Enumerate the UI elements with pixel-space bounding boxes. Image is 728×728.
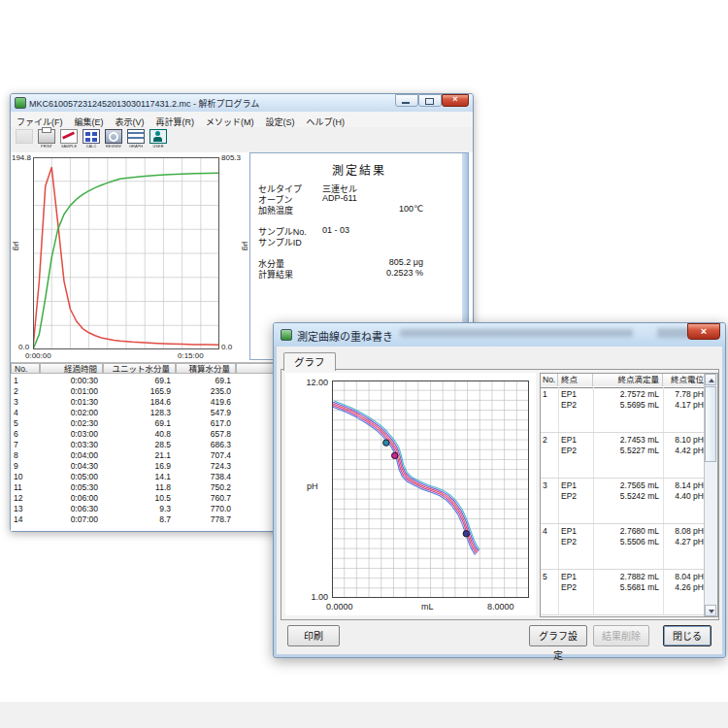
toolbar-label: PRINT bbox=[38, 145, 55, 149]
scroll-up-icon[interactable] bbox=[705, 374, 716, 385]
column-header[interactable]: 積算水分量 bbox=[176, 363, 236, 374]
close-dialog-button[interactable]: 閉じる bbox=[663, 625, 711, 646]
titration-graph: 12.00 1.00 pH 0.0000 mL 8.0000 bbox=[285, 373, 536, 615]
ep-potential: 4.26 pH bbox=[663, 582, 704, 592]
scroll-down-icon[interactable] bbox=[705, 605, 716, 616]
scrollbar-thumb[interactable] bbox=[705, 386, 716, 462]
table-cell: 724.3 bbox=[176, 461, 236, 472]
review-icon-button[interactable]: REVIEW bbox=[103, 128, 124, 151]
menu-item-2[interactable]: 表示(V) bbox=[110, 114, 150, 128]
table-cell: 419.6 bbox=[176, 397, 236, 408]
table-cell: 0:02:00 bbox=[40, 408, 103, 418]
column-header[interactable]: ユニット水分量 bbox=[103, 363, 176, 374]
user-icon bbox=[149, 129, 167, 144]
ep-column-header[interactable]: 終点 bbox=[558, 374, 593, 386]
table-cell: 0:05:00 bbox=[40, 472, 103, 482]
trend-chart-plot bbox=[33, 157, 219, 349]
table-cell: 4 bbox=[11, 408, 40, 418]
column-header[interactable]: No. bbox=[11, 363, 40, 374]
left-axis-max-label: 194.8 bbox=[11, 153, 31, 162]
maximize-button[interactable] bbox=[418, 94, 442, 107]
tab-graph[interactable]: グラフ bbox=[283, 352, 336, 371]
menu-item-4[interactable]: メソッド(M) bbox=[200, 114, 260, 128]
table-cell: 657.8 bbox=[176, 429, 236, 440]
table-cell: 0:04:00 bbox=[40, 450, 103, 461]
table-cell: 11 bbox=[11, 482, 40, 493]
result-row bbox=[250, 247, 460, 257]
ep-result-group[interactable]: 1EP12.7572 mL7.78 pHEP25.5695 mL4.17 pH bbox=[541, 387, 705, 433]
report-icon-button[interactable] bbox=[14, 128, 35, 151]
print-icon-button[interactable]: PRINT bbox=[36, 128, 57, 151]
table-cell: 778.7 bbox=[176, 514, 236, 525]
close-icon[interactable] bbox=[442, 94, 469, 107]
endpoint-table-scrollbar[interactable] bbox=[704, 374, 717, 616]
ep-result-group[interactable]: 5EP12.7882 mL8.04 pHEP25.5681 mL4.26 pH bbox=[541, 570, 705, 615]
table-cell: 617.0 bbox=[176, 418, 236, 429]
ep-column-header[interactable]: 終点電位 bbox=[663, 374, 707, 386]
table-cell: 10.5 bbox=[103, 493, 176, 504]
dialog-icon bbox=[281, 329, 292, 341]
analysis-window-title: MKC6100572312452013030117431.2.mc - 解析プロ… bbox=[29, 97, 259, 110]
table-cell: 0:05:30 bbox=[40, 482, 103, 493]
ep-volume: 2.7882 mL bbox=[593, 572, 659, 581]
minimize-button[interactable] bbox=[395, 94, 418, 107]
table-cell: 0:01:00 bbox=[40, 386, 103, 397]
sample-icon-button[interactable]: SAMPLE bbox=[58, 128, 80, 151]
print-icon bbox=[38, 129, 55, 144]
graph-icon-button[interactable]: GRAPH bbox=[125, 128, 147, 151]
result-value: 100℃ bbox=[250, 204, 423, 214]
table-cell: 8 bbox=[11, 450, 40, 461]
table-cell: 0:01:30 bbox=[40, 397, 103, 408]
app-icon bbox=[15, 97, 26, 109]
overlay-dialog: 測定曲線の重ね書き × グラフ 12.00 1.00 pH 0.0000 mL … bbox=[273, 322, 726, 658]
table-cell: 8.7 bbox=[103, 514, 176, 525]
menu-bar: ファイル(F)編集(E)表示(V)再計算(R)メソッド(M)設定(S)ヘルプ(H… bbox=[11, 112, 473, 128]
menu-item-6[interactable]: ヘルプ(H) bbox=[301, 114, 351, 128]
ml-axis-title: mL bbox=[421, 602, 434, 612]
glass-reflection bbox=[400, 329, 633, 337]
result-value: 805.2 μg bbox=[250, 257, 423, 267]
menu-item-5[interactable]: 設定(S) bbox=[260, 114, 301, 128]
user-icon-button[interactable]: USER bbox=[148, 128, 169, 151]
ep-column-header[interactable]: 終点滴定量 bbox=[593, 374, 663, 386]
table-cell: 738.4 bbox=[176, 472, 236, 482]
ep-column-header[interactable]: No. bbox=[541, 374, 558, 386]
ep-point-row: EP12.7453 mL8.10 pH bbox=[541, 435, 705, 446]
endpoint-table-body: 1EP12.7572 mL7.78 pHEP25.5695 mL4.17 pH2… bbox=[541, 387, 705, 616]
ml-axis-max-label: 8.0000 bbox=[487, 602, 514, 612]
calc-icon-button[interactable]: CALC bbox=[81, 128, 102, 151]
delete-result-button[interactable]: 結果削除 bbox=[593, 625, 649, 646]
ep-result-group[interactable]: 3EP12.7565 mL8.14 pHEP25.5242 mL4.40 pH bbox=[541, 479, 705, 524]
ph-axis-min-label: 1.00 bbox=[303, 592, 328, 602]
menu-item-3[interactable]: 再計算(R) bbox=[150, 114, 201, 128]
titration-plot bbox=[332, 381, 529, 598]
print-button[interactable]: 印刷 bbox=[287, 625, 340, 646]
ep-name: EP2 bbox=[561, 446, 577, 455]
table-cell: 0:03:00 bbox=[40, 429, 103, 440]
ep-volume: 5.5681 mL bbox=[593, 582, 659, 592]
ep-volume: 5.5227 mL bbox=[593, 446, 659, 455]
overlay-titlebar[interactable]: 測定曲線の重ね書き × bbox=[274, 323, 725, 347]
ep-result-group[interactable]: 4EP12.7680 mL8.08 pHEP25.5506 mL4.27 pH bbox=[541, 524, 705, 570]
right-axis-max-label: 805.3 bbox=[221, 153, 241, 162]
trend-chart: 194.8 0.0 805.3 0.0 0:00:00 0:15:00 μg μ… bbox=[11, 152, 249, 362]
result-row: 水分量805.2 μg bbox=[250, 257, 460, 268]
ep-point-row: EP12.7565 mL8.14 pH bbox=[541, 480, 705, 491]
ep-result-group[interactable]: 2EP12.7453 mL8.10 pHEP25.5227 mL4.42 pH bbox=[541, 433, 705, 479]
column-header[interactable]: 経過時間 bbox=[40, 363, 103, 374]
endpoint-table-header: No.終点終点滴定量終点電位 bbox=[541, 374, 705, 388]
menu-item-1[interactable]: 編集(E) bbox=[69, 114, 110, 128]
table-cell: 7 bbox=[11, 440, 40, 450]
graph-tab-page: 12.00 1.00 pH 0.0000 mL 8.0000 No.終点終点滴定… bbox=[281, 369, 719, 620]
table-cell: 184.6 bbox=[103, 397, 176, 408]
table-cell: 28.5 bbox=[103, 440, 176, 450]
toolbar: PRINTSAMPLECALCREVIEWGRAPHUSER bbox=[11, 127, 473, 153]
dialog-close-icon[interactable]: × bbox=[687, 323, 720, 340]
result-row: セルタイプ三連セル bbox=[250, 182, 460, 193]
analysis-titlebar[interactable]: MKC6100572312452013030117431.2.mc - 解析プロ… bbox=[11, 94, 473, 112]
graph-settings-button[interactable]: グラフ設定 bbox=[529, 625, 587, 646]
table-cell: 9 bbox=[11, 461, 40, 472]
table-cell: 770.0 bbox=[176, 504, 236, 514]
table-cell: 760.7 bbox=[176, 493, 236, 504]
menu-item-0[interactable]: ファイル(F) bbox=[11, 114, 69, 128]
